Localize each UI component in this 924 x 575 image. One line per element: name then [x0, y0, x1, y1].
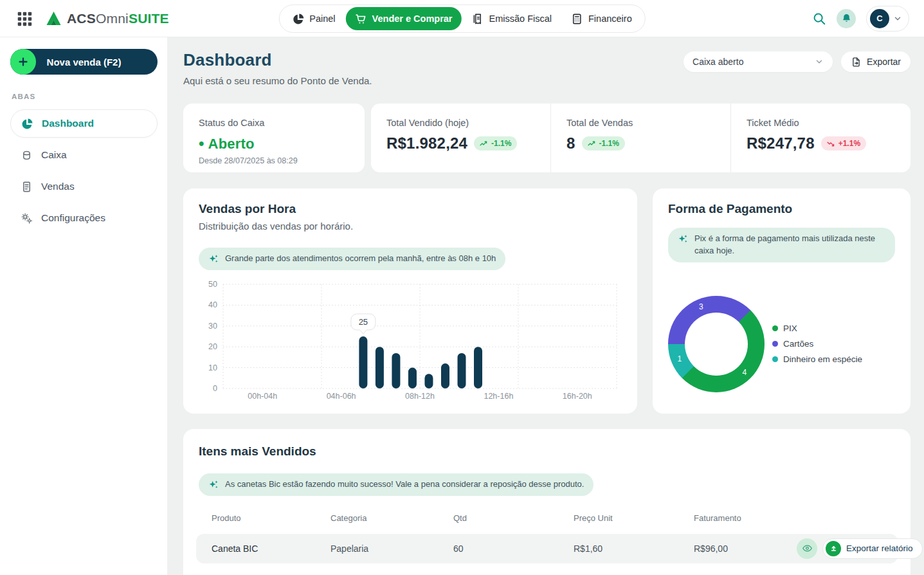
export-report-button[interactable]: Exportar relatório [822, 538, 923, 559]
sparkle-icon [208, 479, 219, 490]
donut-hole [685, 313, 748, 376]
sales-by-hour-subtitle: Distribuição das vendas por horário. [199, 221, 622, 232]
stat-card: Ticket Médio R$247,78 +1.1% [730, 104, 910, 172]
top-items-card: Itens mais Vendidos As canetas Bic estão… [183, 429, 910, 575]
cashbox-select-value: Caixa aberto [693, 57, 743, 67]
column-header: Preço Unit [574, 513, 694, 523]
new-sale-label: Nova venda (F2) [47, 57, 122, 68]
sales-insight-badge: Grande parte dos atendimentos ocorrem pe… [199, 248, 505, 270]
svg-text:12h-16h: 12h-16h [484, 392, 513, 400]
svg-text:0: 0 [213, 384, 217, 393]
payment-legend: PIX Cartões Dinheiro em espécie [772, 324, 862, 364]
svg-text:50: 50 [208, 280, 217, 289]
bell-icon [841, 13, 852, 24]
brand-text: ACSOmniSUITE [67, 11, 169, 26]
cashbox-icon [21, 149, 33, 161]
brand-logo[interactable]: ACSOmniSUITE [46, 11, 169, 26]
sidebar-item-configura-es[interactable]: Configurações [10, 204, 158, 232]
sales-insight-text: Grande parte dos atendimentos ocorrem pe… [225, 253, 496, 265]
bar [424, 374, 433, 388]
stat-label: Total de Vendas [566, 118, 715, 128]
legend-dot-icon [772, 325, 778, 331]
sales-by-hour-title: Vendas por Hora [199, 202, 622, 216]
sidebar-item-dashboard[interactable]: Dashboard [10, 109, 158, 138]
view-row-button[interactable] [797, 538, 817, 559]
stat-label: Status do Caixa [199, 118, 349, 128]
sidebar: Nova venda (F2) ABAS Dashboard Caixa Ven… [0, 37, 167, 575]
chevron-down-icon [893, 14, 902, 23]
sidebar-item-vendas[interactable]: Vendas [10, 172, 158, 201]
avatar: C [870, 9, 889, 28]
nav-item-vender-e-comprar[interactable]: Vender e Comprar [346, 7, 462, 30]
nav-item-financeiro[interactable]: Financeiro [562, 7, 641, 30]
stat-card: Total de Vendas 8 -1.1% [550, 104, 730, 172]
cashbox-select[interactable]: Caixa aberto [684, 51, 833, 72]
sparkle-icon [208, 253, 219, 264]
stat-value: R$1.982,24 [386, 134, 467, 152]
topbar-right: C [812, 6, 909, 32]
cart-icon [355, 13, 367, 25]
top-items-table: ProdutoCategoriaQtdPreço UnitFaturamento… [196, 513, 898, 563]
svg-text:40: 40 [208, 300, 217, 309]
svg-text:04h-06h: 04h-06h [327, 392, 356, 400]
grid-menu-icon[interactable] [16, 10, 33, 27]
payment-insight-text: Pix é a forma de pagamento mais utilizad… [694, 233, 885, 257]
stat-value: 8 [566, 134, 575, 152]
nav-item-painel[interactable]: Painel [283, 7, 344, 30]
bar [359, 336, 367, 388]
payment-donut-chart[interactable]: 413 [668, 296, 765, 392]
receipt-icon [21, 181, 33, 193]
page-subtitle: Aqui está o seu resumo do Ponto de Venda… [183, 75, 372, 86]
calculator-icon [571, 13, 583, 25]
sidebar-section-label: ABAS [12, 93, 158, 100]
main-content: Dashboard Aqui está o seu resumo do Pont… [167, 37, 924, 575]
stat-label: Ticket Médio [747, 118, 895, 128]
payment-title: Forma de Pagamento [668, 202, 895, 216]
legend-item: PIX [772, 324, 862, 333]
sales-by-hour-chart[interactable]: 0102030405000h-04h04h-06h08h-12h12h-16h1… [199, 279, 622, 400]
table-row[interactable]: Caneta BIC Papelaria 60 R$1,60 R$96,00 E… [196, 534, 898, 563]
trend-icon [588, 141, 596, 147]
donut-value-label: 4 [742, 368, 747, 377]
top-items-title: Itens mais Vendidos [199, 444, 898, 459]
legend-dot-icon [772, 341, 778, 347]
top-items-insight-text: As canetas Bic estão fazendo muito suces… [225, 479, 584, 491]
chevron-down-icon [815, 57, 824, 66]
donut-value-label: 1 [677, 354, 682, 363]
trend-icon [480, 141, 488, 147]
column-header: Faturamento [694, 513, 797, 523]
trend-icon [827, 141, 835, 147]
stat-trend-badge: +1.1% [821, 136, 866, 151]
export-label: Exportar [867, 57, 901, 67]
plus-icon [10, 49, 36, 75]
column-header: Categoria [331, 513, 453, 523]
export-file-icon [851, 57, 862, 68]
bar [392, 353, 400, 388]
payment-methods-card: Forma de Pagamento Pix é a forma de paga… [653, 188, 910, 414]
table-header: ProdutoCategoriaQtdPreço UnitFaturamento [196, 513, 898, 523]
svg-text:30: 30 [208, 322, 217, 331]
notifications-button[interactable] [837, 9, 856, 28]
new-sale-button[interactable]: Nova venda (F2) [10, 49, 158, 75]
bar [457, 353, 466, 388]
legend-dot-icon [772, 356, 778, 362]
search-icon[interactable] [812, 12, 826, 26]
svg-text:25: 25 [359, 317, 368, 327]
stat-note: Desde 28/07/2025 às 08:29 [199, 156, 349, 165]
bar [474, 347, 482, 388]
sales-by-hour-card: Vendas por Hora Distribuição das vendas … [183, 188, 637, 414]
column-header: Qtd [453, 513, 574, 523]
top-items-insight-badge: As canetas Bic estão fazendo muito suces… [199, 473, 593, 496]
svg-text:00h-04h: 00h-04h [248, 392, 277, 400]
nav-item-emiss-o-fiscal[interactable]: Emissão Fiscal [463, 7, 561, 30]
pie-chart-icon [21, 118, 33, 130]
sidebar-item-caixa[interactable]: Caixa [10, 141, 158, 169]
stat-trend-badge: -1.1% [582, 136, 625, 151]
stats-band: Status do Caixa Aberto Desde 28/07/2025 … [183, 104, 910, 172]
stat-card: Status do Caixa Aberto Desde 28/07/2025 … [183, 104, 365, 172]
export-button[interactable]: Exportar [841, 51, 910, 72]
account-menu[interactable]: C [866, 6, 909, 32]
legend-item: Dinheiro em espécie [772, 354, 862, 364]
svg-text:10: 10 [208, 363, 217, 372]
svg-text:08h-12h: 08h-12h [405, 392, 435, 400]
